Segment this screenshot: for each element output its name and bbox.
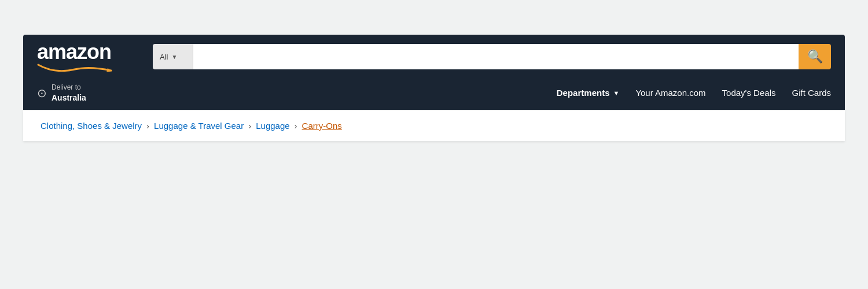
deliver-to[interactable]: ⊙ Deliver to Australia bbox=[37, 83, 130, 103]
todays-deals-link[interactable]: Today's Deals bbox=[722, 88, 776, 98]
search-input[interactable] bbox=[193, 44, 799, 69]
second-bar: ⊙ Deliver to Australia Departments ▼ You… bbox=[23, 79, 845, 110]
top-bar: amazon All ▼ 🔍 bbox=[23, 35, 845, 79]
breadcrumb-luggage[interactable]: Luggage bbox=[256, 121, 289, 131]
breadcrumb-sep-1: › bbox=[146, 121, 149, 131]
search-button[interactable]: 🔍 bbox=[799, 44, 831, 69]
breadcrumb-clothing[interactable]: Clothing, Shoes & Jewelry bbox=[41, 121, 142, 131]
category-dropdown-arrow: ▼ bbox=[171, 54, 177, 60]
search-bar: All ▼ 🔍 bbox=[153, 44, 831, 69]
breadcrumb-sep-2: › bbox=[248, 121, 251, 131]
category-label: All bbox=[160, 53, 168, 61]
breadcrumb-sep-3: › bbox=[295, 121, 297, 131]
amazon-smile-icon bbox=[37, 64, 112, 72]
search-icon: 🔍 bbox=[807, 49, 823, 64]
amazon-header: amazon All ▼ 🔍 bbox=[23, 35, 845, 110]
nav-links: Departments ▼ Your Amazon.com Today's De… bbox=[557, 88, 831, 98]
logo-area: amazon bbox=[37, 42, 141, 72]
breadcrumb-carry-ons[interactable]: Carry-Ons bbox=[302, 121, 342, 131]
search-category-dropdown[interactable]: All ▼ bbox=[153, 44, 193, 69]
deliver-country: Australia bbox=[52, 92, 86, 103]
departments-arrow-icon: ▼ bbox=[613, 90, 619, 97]
departments-link[interactable]: Departments ▼ bbox=[557, 88, 620, 98]
breadcrumb-bar: Clothing, Shoes & Jewelry › Luggage & Tr… bbox=[23, 110, 845, 141]
location-icon: ⊙ bbox=[37, 86, 47, 100]
deliver-text: Deliver to Australia bbox=[52, 83, 86, 103]
gift-cards-link[interactable]: Gift Cards bbox=[792, 88, 831, 98]
page-wrapper: amazon All ▼ 🔍 bbox=[0, 0, 868, 289]
breadcrumb-luggage-travel[interactable]: Luggage & Travel Gear bbox=[154, 121, 244, 131]
deliver-label: Deliver to bbox=[52, 83, 86, 92]
departments-label: Departments bbox=[557, 88, 610, 98]
amazon-logo-text: amazon bbox=[37, 42, 111, 62]
amazon-logo-link[interactable]: amazon bbox=[37, 42, 112, 72]
your-amazon-link[interactable]: Your Amazon.com bbox=[635, 88, 705, 98]
